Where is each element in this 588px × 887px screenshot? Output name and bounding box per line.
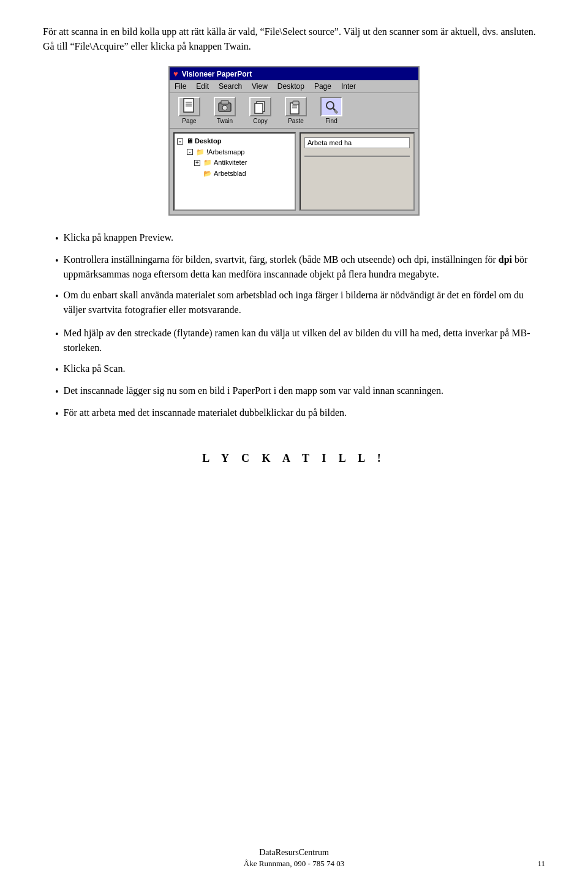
bullet-item-ram: • Med hjälp av den streckade (flytande) …: [55, 326, 545, 355]
footer-company: DataResursCentrum: [0, 848, 588, 858]
paragraph-arbeta: För att arbeta med det inscannade materi…: [64, 406, 347, 421]
toolbar-paste-button[interactable]: Paste: [280, 96, 312, 126]
expand-minus-2: -: [187, 149, 193, 155]
toolbar-twain-button[interactable]: Twain: [209, 96, 241, 126]
screenshot-title: Visioneer PaperPort: [182, 70, 252, 78]
panel-divider: [304, 156, 410, 157]
lycka-till-text: L Y C K A T I L L !: [43, 452, 545, 465]
arbetsblad-label: Arbetsblad: [214, 168, 246, 179]
screenshot-content: - 🖥 Desktop - 📁 !Arbetsmapp + 📁 Antikvit…: [170, 129, 418, 214]
toolbar-find-button[interactable]: Find: [315, 96, 347, 126]
heart-icon: ♥: [173, 69, 178, 78]
bullet-dot-5: •: [55, 363, 59, 377]
page-container: För att scanna in en bild kolla upp att …: [0, 0, 588, 551]
expand-plus: +: [194, 160, 200, 166]
tree-root: - 🖥 Desktop: [177, 136, 292, 147]
screenshot-menubar: File Edit Search View Desktop Page Inter: [170, 80, 418, 93]
svg-rect-8: [255, 104, 263, 113]
tree-item-arbetsblad: 📂 Arbetsblad: [177, 168, 292, 179]
copy-label: Copy: [253, 118, 267, 124]
menu-file[interactable]: File: [172, 81, 189, 91]
bullet-dot-2: •: [55, 254, 59, 282]
tree-desktop-label: Desktop: [195, 136, 221, 147]
paste-label: Paste: [288, 118, 304, 124]
page-number: 11: [537, 859, 545, 869]
svg-rect-10: [293, 101, 299, 105]
paragraph-ram: Med hjälp av den streckade (flytande) ra…: [64, 326, 545, 355]
bullet-item-inscannade: • Det inscannade lägger sig nu som en bi…: [55, 383, 545, 399]
arbetsmapp-label: !Arbetsmapp: [206, 147, 244, 158]
p3-dpi-bold: dpi: [499, 254, 512, 265]
bullet-item-scan: • Klicka på Scan.: [55, 361, 545, 377]
paperport-screenshot: ♥ Visioneer PaperPort File Edit Search V…: [168, 66, 420, 216]
menu-search[interactable]: Search: [216, 81, 244, 91]
menu-desktop[interactable]: Desktop: [275, 81, 307, 91]
twain-icon: [214, 97, 236, 116]
svg-point-13: [326, 102, 334, 109]
bullet-item-svartvita: • Om du enbart skall använda materialet …: [55, 288, 545, 317]
folder-icon-arbetsmapp: 📁: [196, 147, 205, 158]
find-icon: [320, 97, 342, 116]
bullet-item-preview: • Klicka på knappen Preview.: [55, 230, 545, 246]
toolbar-page-button[interactable]: Page: [173, 96, 205, 126]
svg-rect-5: [221, 100, 228, 104]
menu-edit[interactable]: Edit: [194, 81, 211, 91]
bullet-section-1: • Klicka på knappen Preview. • Kontrolle…: [43, 230, 545, 317]
svg-point-6: [222, 105, 227, 110]
menu-inter[interactable]: Inter: [339, 81, 358, 91]
screenshot-container: ♥ Visioneer PaperPort File Edit Search V…: [43, 66, 545, 216]
bullet-item-arbeta: • För att arbeta med det inscannade mate…: [55, 406, 545, 421]
twain-label: Twain: [217, 118, 233, 124]
toolbar-copy-button[interactable]: Copy: [244, 96, 276, 126]
copy-icon: [249, 97, 271, 116]
footer: DataResursCentrum Åke Runnman, 090 - 785…: [0, 848, 588, 869]
screenshot-panel: Arbeta med ha: [300, 132, 415, 211]
paragraph-preview: Klicka på knappen Preview.: [64, 230, 173, 246]
bullet-item-installningar: • Kontrollera inställningarna för bilden…: [55, 252, 545, 282]
footer-contact: Åke Runnman, 090 - 785 74 03: [0, 859, 588, 869]
menu-view[interactable]: View: [249, 81, 270, 91]
svg-rect-0: [184, 99, 194, 112]
antikviteter-label: Antikviteter: [214, 157, 247, 168]
expand-minus: -: [177, 138, 183, 145]
bullet-dot-3: •: [55, 289, 59, 317]
menu-page[interactable]: Page: [312, 81, 334, 91]
paragraph-scan: Klicka på Scan.: [64, 361, 126, 377]
page-label: Page: [182, 118, 196, 124]
tree-desktop-icon: 🖥: [186, 136, 193, 147]
tree-item-arbetsmapp: - 📁 !Arbetsmapp: [177, 147, 292, 158]
folder-icon-arbetsblad: 📂: [203, 168, 212, 179]
paragraph-installningar: Kontrollera inställningarna för bilden, …: [64, 252, 545, 282]
paragraph-inscannade: Det inscannade lägger sig nu som en bild…: [64, 383, 443, 399]
tree-item-antikviteter: + 📁 Antikviteter: [177, 157, 292, 168]
folder-icon-antikviteter: 📁: [203, 157, 212, 168]
page-icon: [178, 97, 200, 116]
panel-text: Arbeta med ha: [304, 137, 410, 148]
bullet-dot-1: •: [55, 232, 59, 246]
p3-text: Kontrollera inställningarna för bilden, …: [64, 254, 499, 265]
screenshot-titlebar: ♥ Visioneer PaperPort: [170, 67, 418, 80]
bullet-dot-7: •: [55, 407, 59, 421]
bullet-dot-6: •: [55, 385, 59, 399]
bullet-dot-4: •: [55, 327, 59, 355]
paste-icon: [285, 97, 307, 116]
paragraph-1: För att scanna in en bild kolla upp att …: [43, 25, 545, 54]
bullet-section-2: • Med hjälp av den streckade (flytande) …: [43, 326, 545, 421]
screenshot-toolbar: Page Twain: [170, 93, 418, 129]
file-tree: - 🖥 Desktop - 📁 !Arbetsmapp + 📁 Antikvit…: [173, 132, 296, 211]
find-label: Find: [325, 118, 337, 124]
paragraph-svartvita: Om du enbart skall använda materialet so…: [64, 288, 545, 317]
